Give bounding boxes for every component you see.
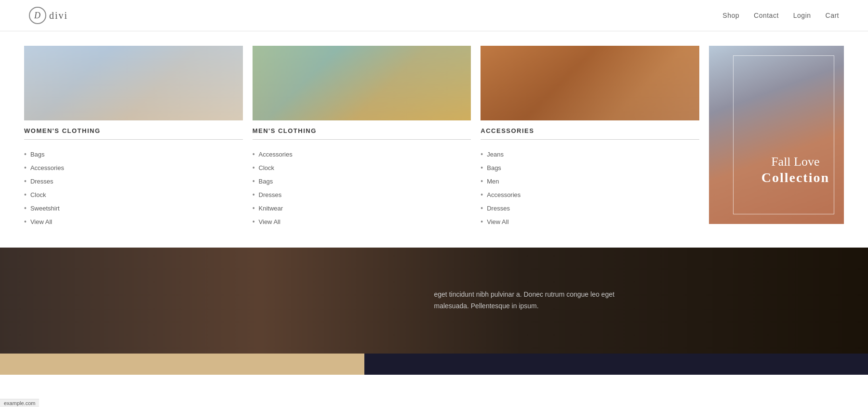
list-item[interactable]: Bags [481,161,699,174]
womens-title: WOMEN'S CLOTHING [24,127,243,140]
mens-title: MEN'S CLOTHING [253,127,471,140]
bottom-left [0,354,364,375]
category-mens: MEN'S CLOTHING Accessories Clock Bags Dr… [253,46,471,228]
bottom-right [364,354,868,375]
logo-icon: D [29,7,46,24]
logo-text: divi [49,10,68,21]
list-item[interactable]: Clock [253,161,471,174]
list-item[interactable]: Dresses [24,174,243,188]
main-content: WOMEN'S CLOTHING Bags Accessories Dresse… [0,31,868,248]
promo-text: Fall Love Collection [761,155,829,185]
promo-script: Fall Love [761,155,829,169]
list-item[interactable]: Knitwear [253,201,471,215]
accessories-image [481,46,699,120]
accessories-list: Jeans Bags Men Accessories Dresses View … [481,147,699,228]
promo-column: Fall Love Collection [709,46,844,228]
list-item[interactable]: View All [481,215,699,228]
list-item[interactable]: Dresses [253,188,471,201]
list-item[interactable]: Bags [253,174,471,188]
logo[interactable]: D divi [29,7,68,24]
main-nav: Shop Contact Login Cart [722,12,839,19]
dark-section-text: eget tincidunt nibh pulvinar a. Donec ru… [434,289,646,312]
list-item[interactable]: Dresses [481,201,699,215]
header: D divi Shop Contact Login Cart [0,0,868,31]
list-item[interactable]: Bags [24,147,243,161]
mens-image [253,46,471,120]
list-item[interactable]: Jeans [481,147,699,161]
category-accessories: ACCESSORIES Jeans Bags Men Accessories D… [481,46,699,228]
dark-section-paragraph: eget tincidunt nibh pulvinar a. Donec ru… [434,289,646,312]
promo-image: Fall Love Collection [709,46,844,224]
bottom-bar [0,354,868,375]
list-item[interactable]: Sweetshirt [24,201,243,215]
nav-login[interactable]: Login [793,12,811,19]
list-item[interactable]: Men [481,174,699,188]
promo-border [733,55,834,214]
dark-section: eget tincidunt nibh pulvinar a. Donec ru… [0,248,868,354]
womens-list: Bags Accessories Dresses Clock Sweetshir… [24,147,243,228]
list-item[interactable]: Accessories [253,147,471,161]
mens-list: Accessories Clock Bags Dresses Knitwear … [253,147,471,228]
promo-bold: Collection [761,170,829,185]
list-item[interactable]: View All [24,215,243,228]
list-item[interactable]: Accessories [481,188,699,201]
list-item[interactable]: View All [253,215,471,228]
nav-shop[interactable]: Shop [722,12,739,19]
list-item[interactable]: Clock [24,188,243,201]
accessories-title: ACCESSORIES [481,127,699,140]
nav-cart[interactable]: Cart [826,12,839,19]
category-womens: WOMEN'S CLOTHING Bags Accessories Dresse… [24,46,243,228]
nav-contact[interactable]: Contact [754,12,779,19]
list-item[interactable]: Accessories [24,161,243,174]
womens-image [24,46,243,120]
